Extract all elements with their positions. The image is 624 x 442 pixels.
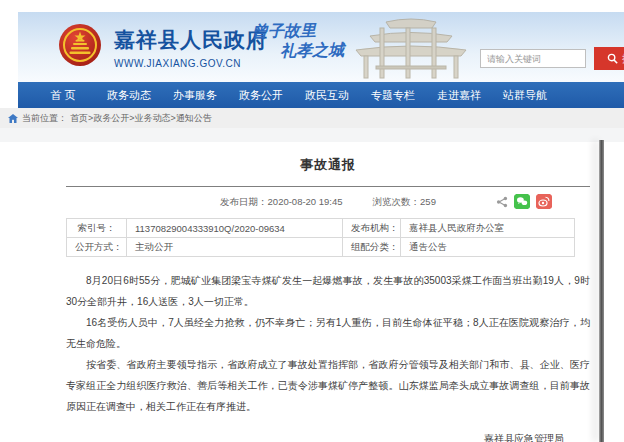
category-value: 通告公告 — [401, 238, 575, 257]
search-input[interactable] — [480, 49, 586, 68]
index-value: 11370829004333910Q/2020-09634 — [127, 219, 343, 238]
breadcrumb: 当前位置： 首页>政务公开>业务动态>通知公告 — [0, 108, 624, 128]
signature-org: 嘉祥县应急管理局 — [66, 429, 564, 442]
home-icon — [8, 114, 18, 123]
article: 事故通报 发布日期：2020-08-20 19:45 浏览次数：259 — [66, 142, 590, 442]
category-label: 组配分类： — [343, 238, 401, 257]
nav-item-home[interactable]: 首 页 — [30, 88, 96, 103]
agency-label: 发布机构： — [343, 219, 401, 238]
method-value: 主动公开 — [127, 238, 343, 257]
title-divider — [66, 186, 590, 187]
table-row: 索引号： 11370829004333910Q/2020-09634 发布机构：… — [67, 219, 575, 238]
document-info-table: 索引号： 11370829004333910Q/2020-09634 发布机构：… — [66, 218, 575, 257]
article-meta: 发布日期：2020-08-20 19:45 浏览次数：259 — [66, 193, 590, 211]
page-edge-shadow — [599, 140, 604, 442]
nav-item-topics[interactable]: 专题专栏 — [360, 88, 426, 103]
wechat-share-icon[interactable] — [514, 194, 530, 209]
view-count-value: 259 — [420, 196, 436, 207]
nav-item-news[interactable]: 政务动态 — [96, 88, 162, 103]
breadcrumb-path[interactable]: 首页>政务公开>业务动态>通知公告 — [70, 112, 212, 125]
national-emblem-logo[interactable] — [58, 23, 102, 67]
weibo-share-icon[interactable] — [536, 194, 552, 209]
index-label: 索引号： — [67, 219, 127, 238]
nav-item-disclosure[interactable]: 政务公开 — [228, 88, 294, 103]
nav-item-site-map[interactable]: 站群导航 — [492, 88, 558, 103]
search-button[interactable]: 搜索 — [594, 47, 624, 70]
publish-date-value: 2020-08-20 19:45 — [268, 196, 343, 207]
divider-band — [0, 128, 624, 142]
nav-item-interaction[interactable]: 政民互动 — [294, 88, 360, 103]
nav-item-services[interactable]: 办事服务 — [162, 88, 228, 103]
paragraph-2: 16名受伤人员中，7人虽经全力抢救，仍不幸身亡；另有1人重伤，目前生命体征平稳；… — [66, 312, 590, 354]
publish-date: 发布日期：2020-08-20 19:45 — [220, 196, 343, 209]
article-body: 8月20日6时55分，肥城矿业集团梁宝寺煤矿发生一起爆燃事故，发生事故的3500… — [66, 270, 590, 417]
search-icon — [607, 53, 618, 64]
share-icon[interactable] — [496, 196, 508, 208]
view-count: 浏览次数：259 — [373, 196, 436, 209]
site-header: 嘉祥县人民政府 WWW.JIAXIANG.GOV.CN 曾子故里 礼孝之城 — [18, 12, 624, 82]
method-label: 公开方式： — [67, 238, 127, 257]
view-count-label: 浏览次数： — [373, 196, 421, 207]
publish-date-label: 发布日期： — [220, 196, 268, 207]
breadcrumb-label: 当前位置： — [22, 112, 67, 125]
signature-block: 嘉祥县应急管理局 2020年8月20日 — [66, 429, 590, 442]
archway-photo — [336, 12, 486, 86]
site-title-block[interactable]: 嘉祥县人民政府 WWW.JIAXIANG.GOV.CN — [114, 26, 268, 69]
share-toolbar — [496, 194, 552, 209]
agency-value: 嘉祥县人民政府办公室 — [401, 219, 575, 238]
slogan-calligraphy: 曾子故里 礼孝之城 — [252, 20, 345, 62]
page-title: 事故通报 — [66, 156, 590, 174]
nav-item-about[interactable]: 走进嘉祥 — [426, 88, 492, 103]
paragraph-3: 按省委、省政府主要领导指示，省政府成立了事故处置指挥部，省政府分管领导及相关部门… — [66, 354, 590, 417]
slogan-line2: 礼孝之城 — [280, 40, 344, 61]
slogan-line1: 曾子故里 — [252, 20, 344, 42]
paragraph-1: 8月20日6时55分，肥城矿业集团梁宝寺煤矿发生一起爆燃事故，发生事故的3500… — [66, 270, 590, 312]
site-name: 嘉祥县人民政府 — [114, 26, 268, 54]
site-url: WWW.JIAXIANG.GOV.CN — [114, 58, 268, 69]
table-row: 公开方式： 主动公开 组配分类： 通告公告 — [67, 238, 575, 257]
main-nav: 首 页 政务动态 办事服务 政务公开 政民互动 专题专栏 走进嘉祥 站群导航 — [18, 82, 624, 108]
